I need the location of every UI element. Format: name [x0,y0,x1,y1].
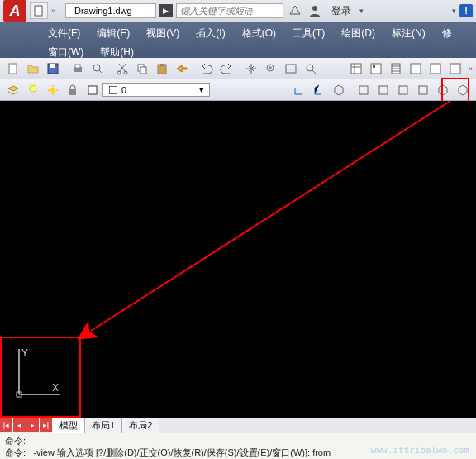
layer-current-name: 0 [121,85,126,95]
search-input[interactable] [176,3,283,18]
new-icon[interactable] [3,60,23,78]
view-front-icon[interactable] [433,81,453,99]
pan-icon[interactable] [241,60,261,78]
svg-rect-23 [450,64,460,74]
svg-point-7 [93,65,100,71]
markup-icon[interactable] [426,60,445,78]
svg-rect-2 [9,64,17,74]
menu-view[interactable]: 视图(V) [138,24,188,43]
svg-rect-13 [160,64,164,66]
open-icon[interactable] [23,60,43,78]
print-icon[interactable] [68,60,88,78]
svg-rect-19 [373,65,375,68]
svg-rect-26 [69,89,76,95]
paste-icon[interactable] [152,60,172,78]
svg-rect-28 [110,86,117,93]
zoom-window-icon[interactable] [281,60,301,78]
svg-point-24 [30,85,36,92]
sheet-set-icon[interactable] [406,60,426,78]
svg-rect-17 [351,64,361,74]
layer-view-toolbar: 0 ▾ [0,79,476,101]
red-highlight-box-ucs [0,337,81,418]
lock-icon[interactable] [63,81,83,99]
menu-edit[interactable]: 编辑(E) [88,24,138,43]
undo-icon[interactable] [197,60,217,78]
svg-rect-29 [359,86,368,94]
cut-icon[interactable] [112,60,132,78]
copy-icon[interactable] [132,60,152,78]
svg-rect-27 [88,86,97,94]
autodesk-exchange-icon[interactable] [287,2,303,19]
svg-point-16 [307,65,313,71]
svg-rect-18 [371,64,381,74]
autocad-logo[interactable]: A [3,0,26,22]
menu-draw[interactable]: 绘图(D) [333,24,383,43]
design-center-icon[interactable] [366,60,386,78]
match-icon[interactable] [172,60,192,78]
menu-tools[interactable]: 工具(T) [284,24,333,43]
preview-icon[interactable] [88,60,107,78]
menu-annotate[interactable]: 标注(N) [383,24,434,43]
layout-tabs-row: |◂◂▸▸| 模型 布局1 布局2 [0,418,476,433]
user-icon[interactable] [307,2,323,19]
login-caret-icon[interactable]: ▾ [359,7,364,15]
layer-combo[interactable]: 0 ▾ [102,83,210,97]
color-swatch-icon[interactable] [83,81,102,99]
svg-rect-15 [286,65,296,73]
help-caret-icon[interactable]: ▾ [452,7,456,15]
light-bulb-icon[interactable] [23,81,43,99]
svg-rect-32 [419,86,427,94]
zoom-prev-icon[interactable] [301,60,321,78]
calc-icon[interactable] [445,60,465,78]
qat-new-icon[interactable] [30,2,48,19]
view-left-icon[interactable] [393,81,413,99]
sun-icon[interactable] [43,81,63,99]
menu-modify[interactable]: 修 [434,24,460,43]
menu-bar: 文件(F) 编辑(E) 视图(V) 插入(I) 格式(O) 工具(T) 绘图(D… [0,22,476,58]
svg-rect-4 [50,64,55,68]
menu-insert[interactable]: 插入(I) [188,24,233,43]
standard-toolbar: » [0,58,476,79]
info-icon[interactable]: ! [459,4,473,17]
title-bar: A » Drawing1.dwg ▶ 登录 ▾ ▾ ! [0,0,476,22]
tab-nav-buttons[interactable]: |◂◂▸▸| [0,418,53,432]
menu-file[interactable]: 文件(F) [40,24,88,43]
properties-icon[interactable] [346,60,366,78]
login-label[interactable]: 登录 [331,4,351,18]
search-go-icon[interactable]: ▶ [159,4,173,17]
tab-layout1[interactable]: 布局1 [85,418,122,433]
drawing-canvas[interactable]: Y X [0,101,476,418]
svg-rect-6 [75,65,80,68]
svg-rect-30 [379,86,388,94]
view-back-icon[interactable] [453,81,473,99]
zoom-rt-icon[interactable] [261,60,281,78]
svg-line-33 [91,101,450,331]
view-cube-icon[interactable] [329,81,349,99]
svg-rect-31 [399,86,407,94]
tab-model[interactable]: 模型 [53,418,85,433]
view-right-icon[interactable] [413,81,433,99]
svg-rect-22 [431,64,440,74]
document-title: Drawing1.dwg [65,3,156,18]
view-top-icon[interactable] [354,81,374,99]
layer-props-icon[interactable] [3,81,23,99]
svg-rect-21 [411,64,421,74]
svg-point-1 [312,6,317,11]
ucs-icon[interactable] [289,81,309,99]
view-bottom-icon[interactable] [374,81,393,99]
menu-format[interactable]: 格式(O) [234,24,284,43]
svg-rect-11 [140,67,146,74]
svg-point-25 [50,88,55,93]
svg-rect-0 [35,6,42,16]
watermark-text: www.ittribalwo.com [371,445,469,457]
redo-icon[interactable] [217,60,236,78]
command-line-area[interactable]: 命令: 命令: _-view 输入选项 [?/删除(D)/正交(O)/恢复(R)… [0,433,476,459]
qat-dropdown-icon[interactable]: » [51,7,55,15]
tool-palettes-icon[interactable] [386,60,406,78]
tab-layout2[interactable]: 布局2 [122,418,159,433]
save-icon[interactable] [43,60,63,78]
named-ucs-icon[interactable] [309,81,329,99]
